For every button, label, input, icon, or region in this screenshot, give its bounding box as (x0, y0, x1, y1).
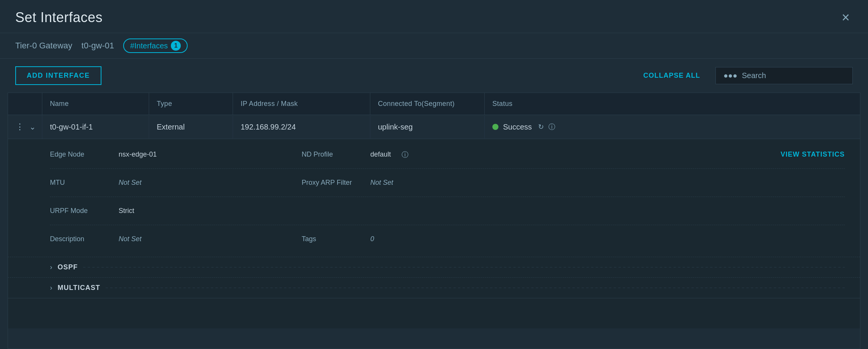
nd-profile-cell: default ⓘ (363, 147, 408, 162)
nd-profile-label: ND Profile (302, 147, 363, 162)
table-row: ⋮ ⌄ t0-gw-01-if-1 External 192.168.99.2/… (8, 115, 860, 139)
tags-label: Tags (302, 231, 363, 247)
description-label: Description (50, 231, 111, 247)
detail-row-4: Description Not Set Tags 0 (50, 231, 845, 251)
breadcrumb-tier: Tier-0 Gateway (15, 41, 72, 51)
ospf-chevron-icon: › (50, 263, 52, 271)
breadcrumb-gateway: t0-gw-01 (82, 41, 114, 51)
empty-row (8, 298, 860, 328)
edge-node-label: Edge Node (50, 147, 111, 162)
th-status: Status (485, 93, 860, 115)
badge-count: 1 (171, 41, 181, 51)
ospf-label: OSPF (58, 263, 78, 271)
detail-row-2: MTU Not Set Proxy ARP Filter Not Set (50, 175, 845, 197)
search-box: ●●● (715, 67, 853, 84)
proxy-arp-label: Proxy ARP Filter (302, 175, 363, 191)
search-icon: ●●● (723, 71, 737, 80)
row-menu-icon[interactable]: ⋮ (16, 122, 24, 132)
status-dot (492, 124, 498, 130)
table-container: Name Type IP Address / Mask Connected To… (8, 93, 860, 349)
search-input[interactable] (742, 71, 845, 80)
toolbar-right: COLLAPSE ALL ●●● (643, 67, 853, 84)
td-connected: uplink-seg (370, 116, 485, 138)
td-type: External (149, 116, 233, 138)
multicast-chevron-icon: › (50, 284, 52, 292)
th-type: Type (149, 93, 233, 115)
detail-row-3: URPF Mode Strict (50, 203, 845, 225)
row-actions: ⋮ ⌄ (16, 122, 34, 132)
th-actions (8, 93, 42, 115)
mtu-label: MTU (50, 175, 111, 191)
modal-title: Set Interfaces (15, 10, 103, 26)
collapse-all-button[interactable]: COLLAPSE ALL (643, 72, 700, 80)
th-connected: Connected To(Segment) (370, 93, 485, 115)
td-name: t0-gw-01-if-1 (42, 116, 149, 138)
nd-profile-value: default (363, 147, 399, 162)
modal-header: Set Interfaces × (0, 0, 868, 33)
close-button[interactable]: × (839, 9, 853, 26)
th-ip: IP Address / Mask (233, 93, 370, 115)
proxy-arp-value: Not Set (363, 175, 401, 191)
description-value: Not Set (111, 231, 210, 247)
breadcrumb: Tier-0 Gateway t0-gw-01 #Interfaces 1 (0, 33, 868, 59)
badge-label: #Interfaces (130, 42, 168, 50)
urpf-label: URPF Mode (50, 203, 111, 219)
table-header: Name Type IP Address / Mask Connected To… (8, 93, 860, 115)
mtu-value: Not Set (111, 175, 210, 191)
th-name: Name (42, 93, 149, 115)
td-ip: 192.168.99.2/24 (233, 116, 370, 138)
edge-node-value: nsx-edge-01 (111, 147, 210, 162)
td-status: Success ↻ ⓘ (485, 115, 860, 138)
status-text: Success (503, 123, 532, 131)
view-statistics-button[interactable]: VIEW STATISTICS (781, 150, 845, 158)
multicast-label: MULTICAST (58, 284, 100, 292)
refresh-icon[interactable]: ↻ (538, 123, 544, 131)
info-icon[interactable]: ⓘ (548, 122, 555, 131)
toolbar: ADD INTERFACE COLLAPSE ALL ●●● (0, 59, 868, 93)
td-row-actions: ⋮ ⌄ (8, 115, 42, 139)
multicast-section[interactable]: › MULTICAST (8, 277, 860, 298)
urpf-value: Strict (111, 203, 210, 219)
status-cell: Success ↻ ⓘ (492, 122, 852, 131)
multicast-divider (106, 288, 845, 288)
modal: Set Interfaces × Tier-0 Gateway t0-gw-01… (0, 0, 868, 349)
row-expand-icon[interactable]: ⌄ (29, 122, 36, 131)
tags-value: 0 (363, 231, 382, 247)
interfaces-badge[interactable]: #Interfaces 1 (123, 38, 188, 53)
nd-info-icon[interactable]: ⓘ (402, 150, 408, 159)
detail-grid: Edge Node nsx-edge-01 ND Profile default… (8, 139, 860, 251)
add-interface-button[interactable]: ADD INTERFACE (15, 66, 101, 85)
ospf-divider (83, 267, 845, 267)
detail-row-1: Edge Node nsx-edge-01 ND Profile default… (50, 147, 845, 169)
expanded-details: Edge Node nsx-edge-01 ND Profile default… (8, 139, 860, 298)
ospf-section[interactable]: › OSPF (8, 257, 860, 277)
